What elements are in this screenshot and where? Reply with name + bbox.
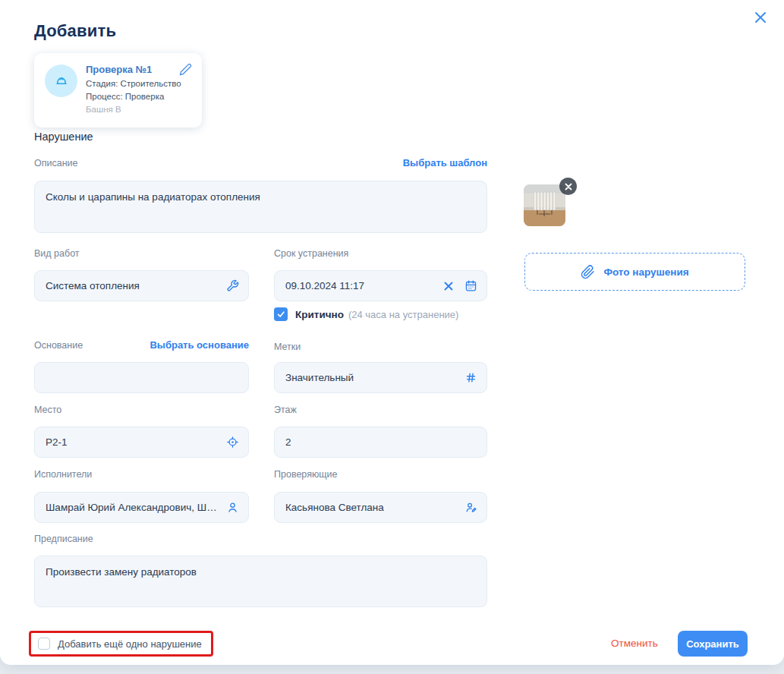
photo-thumbnail[interactable] bbox=[524, 184, 565, 226]
clear-icon[interactable] bbox=[443, 281, 454, 291]
add-violation-modal: Добавить Проверка №1 Стадия: Строительст… bbox=[0, 0, 784, 665]
basis-label: Основание bbox=[34, 340, 83, 351]
inspection-process: Процесс: Проверка bbox=[86, 90, 181, 103]
executors-label: Исполнители bbox=[34, 469, 92, 480]
basis-label-row: Основание Выбрать основание bbox=[34, 339, 249, 351]
radiator-photo bbox=[524, 184, 565, 226]
inspectors-label: Проверяющие bbox=[274, 469, 338, 480]
hash-icon[interactable] bbox=[464, 371, 477, 384]
person-icon[interactable] bbox=[226, 501, 239, 514]
target-icon[interactable] bbox=[226, 436, 239, 449]
select-template-link[interactable]: Выбрать шаблон bbox=[403, 157, 487, 168]
add-another-label: Добавить ещё одно нарушение bbox=[58, 638, 202, 650]
deadline-field bbox=[274, 270, 487, 301]
critical-row: Критично (24 часа на устранение) bbox=[274, 307, 458, 321]
wrench-icon[interactable] bbox=[226, 279, 239, 292]
work-type-input[interactable] bbox=[46, 280, 220, 291]
inspection-title: Проверка №1 bbox=[86, 63, 181, 76]
close-x-glyph bbox=[753, 10, 768, 25]
executors-field bbox=[34, 492, 249, 523]
prescription-textarea[interactable]: Произвести замену радиаторов bbox=[46, 565, 476, 597]
prescription-label: Предписание bbox=[34, 534, 93, 544]
tags-label: Метки bbox=[274, 342, 301, 352]
tags-field bbox=[274, 362, 487, 393]
inspection-card-text: Проверка №1 Стадия: Строительство Процес… bbox=[86, 63, 181, 120]
photo-thumbnail-wrap bbox=[524, 184, 565, 226]
save-button[interactable]: Сохранить bbox=[678, 631, 748, 657]
basis-input[interactable] bbox=[46, 372, 239, 383]
attach-photo-button[interactable]: Фото нарушения bbox=[524, 253, 745, 291]
page-title: Добавить bbox=[34, 21, 116, 41]
basis-field bbox=[34, 362, 249, 393]
place-field bbox=[34, 427, 249, 458]
critical-label: Критично bbox=[295, 309, 344, 320]
place-input[interactable] bbox=[46, 436, 220, 448]
check-icon bbox=[276, 310, 285, 319]
paperclip-icon bbox=[581, 265, 595, 279]
description-textarea[interactable]: Сколы и царапины на радиаторах отопления bbox=[46, 191, 476, 223]
deadline-label: Срок устранения bbox=[274, 248, 348, 259]
add-another-checkbox[interactable] bbox=[38, 638, 50, 650]
inspectors-field bbox=[274, 492, 487, 523]
add-another-highlight: Добавить ещё одно нарушение bbox=[29, 631, 213, 657]
inspection-stage: Стадия: Строительство bbox=[86, 77, 181, 90]
inspection-card: Проверка №1 Стадия: Строительство Процес… bbox=[34, 53, 202, 128]
photo-remove-icon[interactable] bbox=[559, 178, 577, 195]
description-label: Описание bbox=[34, 158, 78, 168]
person-edit-icon[interactable] bbox=[464, 501, 477, 514]
calendar-icon[interactable] bbox=[464, 279, 477, 292]
inspection-building: Башня В bbox=[86, 103, 181, 116]
critical-hint: (24 часа на устранение) bbox=[348, 309, 458, 320]
floor-field bbox=[274, 427, 487, 458]
place-label: Место bbox=[34, 405, 61, 415]
close-icon[interactable] bbox=[749, 6, 772, 29]
critical-checkbox[interactable] bbox=[274, 307, 288, 321]
inspectors-input[interactable] bbox=[285, 502, 458, 513]
hard-hat-icon bbox=[45, 65, 77, 97]
deadline-input[interactable] bbox=[285, 280, 437, 291]
floor-input[interactable] bbox=[285, 436, 477, 448]
description-box: Сколы и царапины на радиаторах отопления bbox=[34, 181, 487, 233]
select-basis-link[interactable]: Выбрать основание bbox=[150, 339, 249, 351]
section-title: Нарушение bbox=[34, 131, 93, 143]
floor-label: Этаж bbox=[274, 405, 297, 415]
description-label-row: Описание Выбрать шаблон bbox=[34, 157, 487, 168]
work-type-label: Вид работ bbox=[34, 248, 80, 259]
edit-pencil-icon[interactable] bbox=[179, 63, 192, 76]
work-type-field bbox=[34, 270, 249, 301]
attach-photo-label: Фото нарушения bbox=[603, 266, 688, 278]
executors-input[interactable] bbox=[46, 502, 220, 513]
cancel-button[interactable]: Отменить bbox=[611, 638, 658, 649]
tags-input[interactable] bbox=[285, 372, 458, 383]
prescription-box: Произвести замену радиаторов bbox=[34, 556, 487, 607]
